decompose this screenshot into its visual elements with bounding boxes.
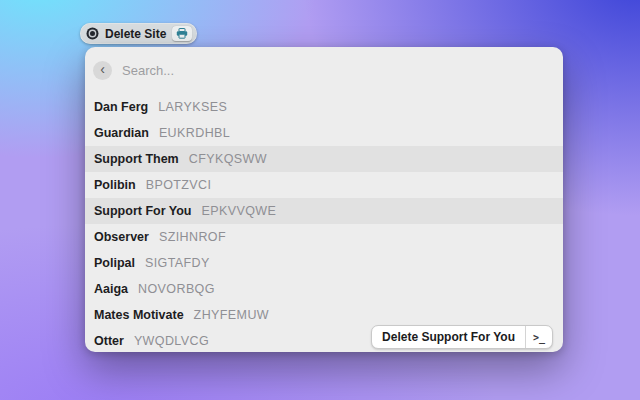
- list-item[interactable]: Guardian EUKRDHBL: [85, 120, 563, 146]
- delete-site-button[interactable]: Delete Site: [80, 23, 197, 44]
- site-name: Otter: [94, 334, 124, 348]
- site-code: BPOTZVCI: [146, 178, 212, 192]
- site-name: Support Them: [94, 152, 179, 166]
- terminal-icon[interactable]: >_: [525, 326, 552, 348]
- delete-support-for-you-button[interactable]: Delete Support For You >_: [371, 325, 553, 349]
- site-name: Guardian: [94, 126, 149, 140]
- site-code: EPKVVQWE: [201, 204, 276, 218]
- site-name: Polibin: [94, 178, 136, 192]
- printer-icon: [172, 26, 192, 41]
- chevron-left-icon: ‹: [100, 62, 105, 76]
- site-name: Support For You: [94, 204, 191, 218]
- list-item[interactable]: Dan Ferg LARYKSES: [85, 94, 563, 120]
- site-code: YWQDLVCG: [134, 334, 209, 348]
- site-name: Observer: [94, 230, 149, 244]
- desktop-background: Delete Site ‹ Dan Ferg LARYKSES Guardian…: [0, 0, 640, 400]
- site-code: NOVORBQG: [138, 282, 215, 296]
- site-name: Mates Motivate: [94, 308, 184, 322]
- list-item[interactable]: Polipal SIGTAFDY: [85, 250, 563, 276]
- back-button[interactable]: ‹: [93, 61, 112, 80]
- list-item[interactable]: Aaiga NOVORBQG: [85, 276, 563, 302]
- site-name: Polipal: [94, 256, 135, 270]
- action-button-label: Delete Support For You: [372, 326, 525, 348]
- search-input[interactable]: [120, 62, 553, 79]
- site-name: Dan Ferg: [94, 100, 148, 114]
- site-code: ZHYFEMUW: [194, 308, 269, 322]
- record-circle-icon: [86, 27, 99, 40]
- site-code: SZIHNROF: [159, 230, 226, 244]
- delete-site-label: Delete Site: [105, 28, 166, 40]
- list-item[interactable]: Support Them CFYKQSWW: [85, 146, 563, 172]
- site-code: EUKRDHBL: [159, 126, 230, 140]
- site-code: CFYKQSWW: [189, 152, 267, 166]
- site-code: LARYKSES: [158, 100, 227, 114]
- site-name: Aaiga: [94, 282, 128, 296]
- search-panel: ‹ Dan Ferg LARYKSES Guardian EUKRDHBL Su…: [85, 47, 563, 352]
- list-item[interactable]: Observer SZIHNROF: [85, 224, 563, 250]
- site-code: SIGTAFDY: [145, 256, 210, 270]
- list-item[interactable]: Support For You EPKVVQWE: [85, 198, 563, 224]
- search-bar: ‹: [85, 47, 563, 83]
- list-item[interactable]: Polibin BPOTZVCI: [85, 172, 563, 198]
- site-list: Dan Ferg LARYKSES Guardian EUKRDHBL Supp…: [85, 94, 563, 352]
